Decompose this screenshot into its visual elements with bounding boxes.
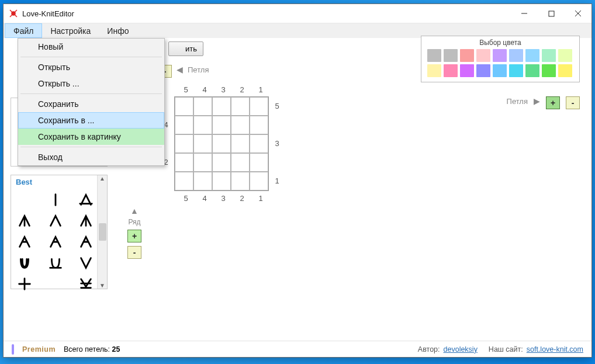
row-up-arrow[interactable]: ▲ bbox=[130, 206, 139, 216]
col-num: 5 bbox=[177, 82, 195, 96]
color-swatch[interactable] bbox=[460, 64, 474, 77]
row-num bbox=[269, 115, 285, 134]
row-num bbox=[269, 152, 285, 171]
color-swatch[interactable] bbox=[460, 49, 474, 62]
menu-item[interactable]: Сохранить bbox=[18, 96, 164, 112]
symbol[interactable] bbox=[77, 233, 95, 251]
symbol[interactable] bbox=[16, 233, 33, 251]
menu-separator bbox=[20, 147, 162, 147]
symbol[interactable] bbox=[77, 212, 95, 230]
panel-title: Best bbox=[11, 175, 107, 188]
minimize-button[interactable] bbox=[511, 4, 538, 23]
pattern-grid[interactable] bbox=[174, 96, 269, 191]
menu-item[interactable]: Открыть ... bbox=[18, 75, 164, 92]
col-num: 4 bbox=[195, 191, 214, 205]
svg-point-2 bbox=[11, 11, 16, 16]
row-num: 1 bbox=[269, 171, 285, 190]
file-menu-dropdown: НовыйОткрытьОткрыть ...СохранитьСохранит… bbox=[18, 38, 165, 166]
symbol[interactable] bbox=[47, 191, 64, 209]
stitch-left-arrow[interactable]: ◀ bbox=[177, 65, 183, 74]
site-link[interactable]: soft.love-knit.com bbox=[527, 345, 583, 353]
col-num: 5 bbox=[177, 191, 195, 205]
symbol[interactable] bbox=[16, 254, 33, 272]
symbol[interactable] bbox=[77, 275, 95, 293]
menu-separator bbox=[20, 57, 162, 57]
symbol[interactable] bbox=[47, 233, 64, 251]
color-swatch[interactable] bbox=[509, 49, 523, 62]
color-swatch[interactable] bbox=[558, 64, 572, 77]
menu-info[interactable]: Инфо bbox=[99, 23, 137, 38]
color-picker: Выбор цвета bbox=[421, 36, 580, 82]
col-num: 3 bbox=[214, 191, 233, 205]
premium-label: Premium bbox=[22, 345, 56, 353]
premium-indicator bbox=[12, 344, 14, 355]
col-num: 1 bbox=[251, 191, 270, 205]
menu-settings[interactable]: Настройка bbox=[42, 23, 99, 38]
symbol[interactable] bbox=[16, 275, 33, 293]
color-picker-title: Выбор цвета bbox=[425, 39, 576, 47]
stitch-right-arrow[interactable]: ▶ bbox=[534, 96, 540, 106]
color-swatch[interactable] bbox=[542, 49, 556, 62]
symbol[interactable] bbox=[77, 254, 95, 272]
color-swatch[interactable] bbox=[444, 64, 458, 77]
maximize-button[interactable] bbox=[538, 4, 565, 23]
color-swatch[interactable] bbox=[542, 64, 556, 77]
color-swatch[interactable] bbox=[525, 49, 539, 62]
col-num: 3 bbox=[214, 82, 233, 96]
color-swatch[interactable] bbox=[558, 49, 572, 62]
symbol-panel-best: Best bbox=[11, 175, 108, 289]
symbol[interactable] bbox=[16, 212, 33, 230]
symbol[interactable] bbox=[47, 275, 64, 293]
symbol[interactable] bbox=[77, 191, 95, 209]
author-label: Автор: bbox=[418, 345, 440, 353]
stitch-minus-right[interactable]: - bbox=[566, 96, 580, 109]
row-label-bottom: Ряд bbox=[128, 218, 140, 226]
row-num: 5 bbox=[269, 96, 285, 115]
row-num bbox=[158, 171, 174, 190]
scrollbar[interactable]: ▲▼ bbox=[97, 175, 107, 289]
menu-item[interactable]: Выход bbox=[18, 149, 164, 165]
color-swatch[interactable] bbox=[493, 64, 507, 77]
total-stitches: Всего петель: 25 bbox=[64, 345, 120, 353]
symbol[interactable] bbox=[47, 254, 64, 272]
titlebar: Love-KnitEditor bbox=[4, 4, 591, 23]
toolbar-button-partial[interactable]: ить bbox=[168, 41, 203, 56]
color-swatch[interactable] bbox=[476, 49, 490, 62]
menu-item[interactable]: Новый bbox=[18, 39, 164, 55]
color-swatch[interactable] bbox=[525, 64, 539, 77]
color-swatch[interactable] bbox=[509, 64, 523, 77]
symbol[interactable] bbox=[47, 212, 64, 230]
menu-item[interactable]: Сохранить в картинку bbox=[18, 129, 164, 145]
color-swatch[interactable] bbox=[493, 49, 507, 62]
color-swatch[interactable] bbox=[444, 49, 458, 62]
site-label: Наш сайт: bbox=[489, 345, 523, 353]
row-plus-bottom[interactable]: + bbox=[127, 230, 141, 242]
pattern-grid-wrap: 5 4 3 2 1 4 2 bbox=[158, 82, 285, 205]
col-num: 1 bbox=[251, 82, 270, 96]
row-num: 3 bbox=[269, 134, 285, 152]
color-swatch[interactable] bbox=[476, 64, 490, 77]
app-window: Love-KnitEditor Файл Настройка Инфо bbox=[3, 4, 592, 358]
svg-rect-4 bbox=[549, 11, 554, 16]
color-swatch[interactable] bbox=[427, 49, 441, 62]
close-button[interactable] bbox=[565, 4, 591, 23]
menu-item[interactable]: Сохранить в ... bbox=[18, 112, 164, 129]
col-num: 2 bbox=[233, 191, 251, 205]
app-title: Love-KnitEditor bbox=[22, 9, 74, 18]
stitch-plus-right[interactable]: + bbox=[546, 96, 560, 109]
statusbar: Premium Всего петель: 25 Автор: devoleks… bbox=[4, 341, 591, 357]
symbol[interactable] bbox=[16, 191, 33, 209]
menu-file[interactable]: Файл bbox=[5, 23, 42, 38]
color-swatch[interactable] bbox=[427, 64, 441, 77]
app-icon bbox=[8, 8, 19, 19]
stitch-label-left: Петля bbox=[188, 65, 209, 74]
stitch-label-right: Петля bbox=[507, 97, 528, 106]
menu-separator bbox=[20, 93, 162, 94]
col-num: 2 bbox=[233, 82, 251, 96]
col-num: 4 bbox=[195, 82, 214, 96]
author-link[interactable]: devoleksiy bbox=[444, 345, 478, 353]
row-minus-bottom[interactable]: - bbox=[127, 246, 141, 259]
menu-item[interactable]: Открыть bbox=[18, 59, 164, 75]
